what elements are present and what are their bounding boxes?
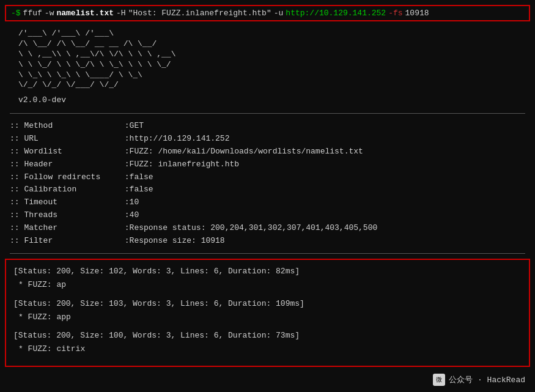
config-threads-sep: : [120, 209, 130, 222]
command-line: -$ ffuf -w namelist.txt -H "Host: FUZZ.i… [5, 5, 530, 21]
config-method: :: Method : GET [10, 120, 525, 133]
watermark-text: 公众号 · HackRead [449, 374, 525, 385]
ascii-line-4: \ \ \_/ \ \ \_/\ \ \_\ \ \ \ \_/ [18, 60, 517, 70]
config-threads-label: :: Threads [10, 209, 120, 222]
config-header-sep: : [120, 158, 130, 171]
cmd-flag-u: -u [274, 9, 284, 18]
config-threads-value: 40 [130, 209, 139, 222]
config-wordlist: :: Wordlist : FUZZ: /home/kali/Downloads… [10, 146, 525, 158]
config-timeout-value: 10 [130, 196, 139, 209]
config-timeout-sep: : [120, 196, 130, 209]
cmd-host-header: "Host: FUZZ.inlanefreight.htb" [128, 9, 271, 18]
config-url-value: http://10.129.141.252 [130, 133, 230, 146]
config-calibration: :: Calibration : false [10, 183, 525, 196]
terminal: -$ ffuf -w namelist.txt -H "Host: FUZZ.i… [0, 0, 535, 392]
watermark: 微 公众号 · HackRead [433, 374, 525, 386]
config-calibration-sep: : [120, 183, 130, 196]
cmd-wordlist: namelist.txt [56, 9, 114, 18]
config-calibration-value: false [130, 183, 153, 196]
cmd-filter-size: 10918 [405, 9, 429, 18]
config-timeout-label: :: Timeout [10, 196, 120, 209]
config-filter-value: Response size: 10918 [130, 235, 225, 248]
prompt-symbol: -$ [11, 9, 21, 18]
config-header-value: FUZZ: inlanefreight.htb [130, 158, 239, 171]
config-wordlist-label: :: Wordlist [10, 146, 120, 158]
result-status-1: [Status: 200, Size: 102, Words: 3, Lines… [13, 265, 522, 278]
result-fuzz-2: * FUZZ: app [13, 311, 522, 324]
divider-2 [10, 253, 525, 254]
result-entry-1: [Status: 200, Size: 102, Words: 3, Lines… [13, 265, 522, 292]
config-wordlist-value: FUZZ: /home/kali/Downloads/wordlists/nam… [130, 146, 363, 158]
result-entry-2: [Status: 200, Size: 103, Words: 3, Lines… [13, 297, 522, 324]
config-matcher: :: Matcher : Response status: 200,204,30… [10, 222, 525, 235]
result-status-2: [Status: 200, Size: 103, Words: 3, Lines… [13, 297, 522, 311]
config-follow-sep: : [120, 171, 130, 184]
config-matcher-sep: : [120, 222, 130, 235]
config-follow: :: Follow redirects : false [10, 171, 525, 184]
config-method-value: GET [130, 120, 144, 133]
config-matcher-value: Response status: 200,204,301,302,307,401… [130, 222, 378, 235]
config-url-label: :: URL [10, 133, 120, 146]
config-header-label: :: Header [10, 158, 120, 171]
ascii-line-6: \/_/ \/_/ \/___/ \/_/ [18, 80, 517, 91]
cmd-url: http://10.129.141.252 [286, 9, 386, 18]
config-follow-value: false [130, 171, 153, 184]
config-calibration-label: :: Calibration [10, 183, 120, 196]
config-threads: :: Threads : 40 [10, 209, 525, 222]
result-fuzz-1: * FUZZ: ap [13, 278, 522, 292]
config-matcher-label: :: Matcher [10, 222, 120, 235]
result-status-3: [Status: 200, Size: 100, Words: 3, Lines… [13, 329, 522, 342]
ascii-line-2: /\ \__/ /\ \__/ __ __ /\ \__/ [18, 39, 517, 50]
config-filter-sep: : [120, 235, 130, 248]
config-method-label: :: Method [10, 120, 120, 133]
divider-1 [10, 113, 525, 114]
results-box: [Status: 200, Size: 102, Words: 3, Lines… [5, 259, 530, 367]
ascii-line-3: \ \ ,__\\ \ ,__\/\ \/\ \ \ \ ,__\ [18, 50, 517, 60]
config-filter: :: Filter : Response size: 10918 [10, 235, 525, 248]
config-follow-label: :: Follow redirects [10, 171, 120, 184]
config-section: :: Method : GET :: URL : http://10.129.1… [0, 117, 535, 250]
config-wordlist-sep: : [120, 146, 130, 158]
ascii-art: /'___\ /'___\ /'___\ /\ \__/ /\ \__/ __ … [0, 26, 535, 93]
config-header: :: Header : FUZZ: inlanefreight.htb [10, 158, 525, 171]
result-fuzz-3: * FUZZ: citrix [13, 342, 522, 356]
cmd-flag-w: -w [45, 9, 54, 18]
config-filter-label: :: Filter [10, 235, 120, 248]
wechat-icon: 微 [433, 374, 445, 386]
cmd-flag-H: -H [116, 9, 126, 18]
ascii-line-5: \ \_\ \ \_\ \ \____/ \ \_\ [18, 70, 517, 81]
config-timeout: :: Timeout : 10 [10, 196, 525, 209]
version-text: v2.0.0-dev [0, 93, 535, 109]
cmd-tool: ffuf [23, 9, 42, 18]
cmd-flag-fs: -fs [388, 9, 402, 18]
config-url-sep: : [120, 133, 130, 146]
result-entry-3: [Status: 200, Size: 100, Words: 3, Lines… [13, 329, 522, 356]
ascii-line-1: /'___\ /'___\ /'___\ [18, 29, 517, 39]
config-method-sep: : [120, 120, 130, 133]
config-url: :: URL : http://10.129.141.252 [10, 133, 525, 146]
